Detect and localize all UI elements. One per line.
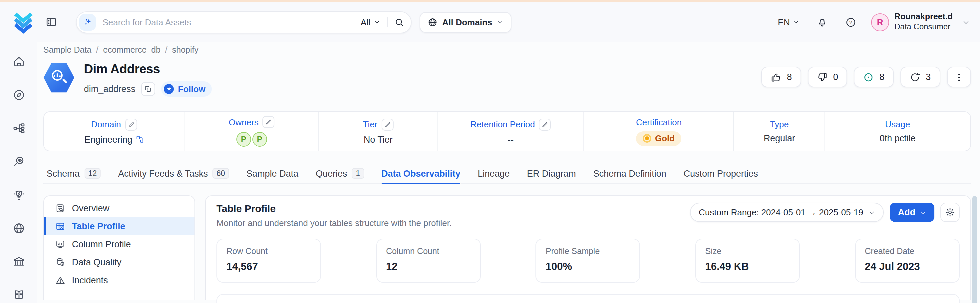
owner-avatar[interactable]: P: [252, 132, 267, 147]
tab-lineage[interactable]: Lineage: [477, 163, 509, 183]
tab-er-diagram[interactable]: ER Diagram: [527, 163, 576, 183]
globe-icon: [428, 17, 438, 27]
version-count: 3: [926, 72, 931, 82]
edit-tier-icon[interactable]: [382, 118, 394, 130]
stat-value: 100%: [546, 261, 630, 273]
copy-icon[interactable]: [142, 82, 156, 96]
language-label: EN: [778, 17, 790, 27]
insights-bulb-icon[interactable]: [0, 178, 37, 211]
chevron-down-icon: [920, 209, 926, 216]
search-scope-dropdown[interactable]: All: [361, 17, 380, 27]
more-options-button[interactable]: [947, 67, 970, 87]
user-name: Rounakpreet.d: [894, 12, 953, 22]
stat-label: Column Count: [386, 247, 471, 256]
metadata-owners: Owners P P: [185, 112, 319, 151]
stat-label: Row Count: [226, 247, 311, 256]
table-profile-icon: [55, 221, 65, 231]
govern-bank-icon[interactable]: [0, 245, 37, 278]
metadata-tier: Tier No Tier: [319, 112, 438, 151]
downvote-button[interactable]: 0: [808, 67, 848, 87]
tab-activity-feeds[interactable]: Activity Feeds & Tasks60: [118, 163, 229, 183]
home-icon[interactable]: [0, 45, 37, 78]
date-range-picker[interactable]: Custom Range: 2024-05-01 → 2025-05-19: [690, 203, 884, 222]
nav-item-incidents[interactable]: Incidents: [44, 271, 194, 289]
follow-label: Follow: [178, 84, 205, 94]
usage-label: Usage: [885, 119, 910, 129]
data-quality-icon: [55, 257, 65, 267]
follow-button[interactable]: ★ Follow: [162, 81, 212, 97]
open-tasks-button[interactable]: 8: [854, 67, 894, 87]
nav-item-data-quality[interactable]: Data Quality: [44, 254, 194, 271]
user-menu[interactable]: R Rounakpreet.d Data Consumer: [871, 12, 969, 32]
stat-label: Profile Sample: [546, 247, 630, 256]
all-domains-button[interactable]: All Domains: [420, 12, 511, 32]
chevron-down-icon: [374, 19, 380, 26]
sidebar-toggle-icon[interactable]: [45, 16, 57, 28]
add-button[interactable]: Add: [890, 203, 934, 222]
collate-logo[interactable]: [11, 10, 36, 35]
stat-card-created-date: Created Date 24 Jul 2023: [855, 239, 959, 283]
type-value: Regular: [764, 133, 795, 144]
language-dropdown[interactable]: EN: [778, 17, 799, 27]
owner-avatar[interactable]: P: [236, 132, 251, 147]
chevron-down-icon: [497, 19, 503, 26]
vertical-scrollbar[interactable]: [972, 196, 977, 303]
search-icon[interactable]: [394, 17, 404, 27]
ai-sparkle-icon[interactable]: [79, 14, 96, 30]
glossary-book-icon[interactable]: [0, 278, 37, 303]
lineage-hierarchy-icon[interactable]: [0, 111, 37, 145]
domains-globe-icon[interactable]: [0, 211, 37, 245]
avatar: R: [871, 13, 889, 31]
domain-value: Engineering: [84, 134, 132, 144]
metadata-type: Type Regular: [734, 112, 825, 151]
thumbs-up-icon: [771, 72, 781, 82]
chevron-down-icon: [792, 19, 799, 26]
tab-sample-data[interactable]: Sample Data: [247, 163, 298, 183]
stat-card-row-count: Row Count 14,567: [216, 239, 321, 283]
tab-custom-properties[interactable]: Custom Properties: [684, 163, 758, 183]
entity-header: Dim Address dim_address ★ Follow: [43, 62, 970, 97]
app-window: All All Domains EN ? R: [0, 0, 980, 303]
upvote-count: 8: [787, 72, 792, 82]
certification-label: Certification: [636, 117, 682, 127]
edit-domain-icon[interactable]: [125, 118, 137, 130]
metadata-retention: Retention Period --: [438, 112, 584, 151]
profiler-nav-card: Overview Table Profile Column Profile Da…: [43, 195, 195, 300]
version-history-button[interactable]: 3: [900, 67, 940, 87]
tab-queries[interactable]: Queries1: [316, 163, 364, 183]
breadcrumb-schema[interactable]: shopify: [172, 45, 199, 55]
entity-actions: 8 0 8 3: [762, 67, 970, 87]
help-icon[interactable]: ?: [845, 16, 856, 28]
link-icon[interactable]: [136, 136, 144, 144]
domain-label: Domain: [91, 119, 121, 129]
nav-label: Table Profile: [72, 221, 125, 231]
explore-compass-icon[interactable]: [0, 78, 37, 111]
tab-schema-definition[interactable]: Schema Definition: [593, 163, 666, 183]
profile-stat-cards: Row Count 14,567 Column Count 12 Profile…: [216, 239, 959, 283]
owners-label: Owners: [229, 117, 259, 127]
tab-schema[interactable]: Schema12: [47, 163, 101, 183]
settings-button[interactable]: [940, 203, 959, 222]
bell-icon[interactable]: [816, 16, 828, 28]
gear-icon: [945, 207, 955, 217]
svg-text:?: ?: [850, 19, 852, 25]
breadcrumb-separator: /: [96, 45, 99, 55]
nav-item-column-profile[interactable]: Column Profile: [44, 235, 194, 254]
observability-search-eye-icon[interactable]: [0, 145, 37, 178]
overview-doc-icon: [55, 203, 65, 213]
tab-data-observability[interactable]: Data Observability: [381, 163, 460, 183]
all-domains-label: All Domains: [442, 17, 492, 27]
search-input[interactable]: [96, 17, 361, 27]
nav-item-overview[interactable]: Overview: [44, 199, 194, 217]
search-scope-label: All: [361, 17, 370, 27]
breadcrumb-service[interactable]: Sample Data: [43, 45, 92, 55]
nav-label: Data Quality: [72, 257, 121, 267]
nav-item-table-profile[interactable]: Table Profile: [44, 217, 194, 235]
divider: [387, 17, 388, 27]
edit-retention-icon[interactable]: [539, 118, 551, 130]
upvote-button[interactable]: 8: [762, 67, 801, 87]
breadcrumb-database[interactable]: ecommerce_db: [103, 45, 161, 55]
tab-badge: 1: [352, 168, 364, 179]
table-profile-panel: Table Profile Monitor and understand you…: [205, 195, 970, 300]
edit-owners-icon[interactable]: [262, 116, 274, 128]
